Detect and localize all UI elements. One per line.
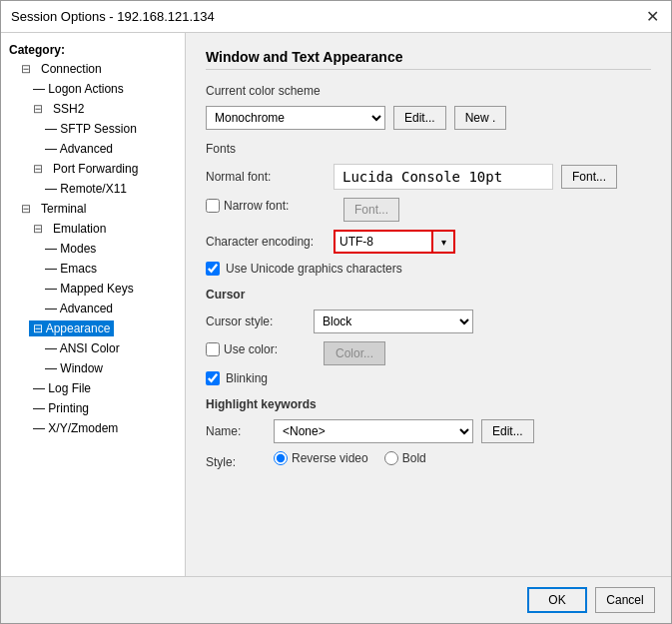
cursor-style-label: Cursor style: (206, 314, 306, 328)
style-radio-group: Reverse video Bold (274, 451, 426, 465)
sidebar-item-modes[interactable]: — Modes (1, 239, 185, 259)
narrow-font-label: Narrow font: (224, 199, 289, 213)
sidebar-item-mapped-keys[interactable]: — Mapped Keys (1, 279, 185, 299)
highlight-edit-button[interactable]: Edit... (481, 419, 534, 443)
sidebar-item-log-file[interactable]: — Log File (1, 378, 185, 398)
use-color-label: Use color: (224, 342, 278, 356)
cancel-button[interactable]: Cancel (595, 587, 655, 613)
normal-font-button[interactable]: Font... (561, 165, 617, 189)
sidebar-item-ssh2[interactable]: ⊟SSH2 (1, 99, 185, 119)
reverse-video-label: Reverse video (292, 451, 368, 465)
normal-font-label: Normal font: (206, 170, 326, 184)
char-encoding-label: Character encoding: (206, 235, 326, 249)
fonts-section: Fonts (206, 142, 651, 156)
color-button: Color... (324, 341, 385, 365)
sidebar-item-advanced-term[interactable]: — Advanced (1, 299, 185, 318)
style-label: Style: (206, 455, 266, 469)
category-label: Category: (1, 41, 185, 59)
window-title: Session Options - 192.168.121.134 (11, 9, 215, 24)
narrow-font-checkbox[interactable] (206, 199, 220, 213)
char-encoding-input[interactable]: UTF-8 (334, 230, 433, 254)
sidebar-item-connection[interactable]: ⊟Connection (1, 59, 185, 79)
bold-radio[interactable] (384, 451, 398, 465)
color-scheme-select[interactable]: Monochrome White/Black Black/White (206, 106, 385, 130)
edit-scheme-button[interactable]: Edit... (393, 106, 446, 130)
reverse-video-radio[interactable] (274, 451, 288, 465)
use-color-checkbox[interactable] (206, 342, 220, 356)
sidebar-item-ansi-color[interactable]: — ANSI Color (1, 338, 185, 358)
sidebar-item-appearance[interactable]: ⊟ Appearance (1, 318, 185, 338)
new-scheme-button[interactable]: New . (454, 106, 507, 130)
color-scheme-section: Current color scheme (206, 84, 651, 98)
close-button[interactable]: ✕ (643, 8, 661, 26)
ok-button[interactable]: OK (527, 587, 587, 613)
sidebar: Category: ⊟Connection — Logon Actions ⊟S… (1, 33, 186, 576)
panel-title: Window and Text Appearance (206, 49, 651, 70)
bold-label: Bold (402, 451, 426, 465)
char-encoding-combo: UTF-8 ▾ (334, 230, 455, 254)
main-panel: Window and Text Appearance Current color… (186, 33, 671, 576)
sidebar-item-advanced-ssh[interactable]: — Advanced (1, 139, 185, 159)
normal-font-display: Lucida Console 10pt (334, 164, 553, 190)
highlight-name-select[interactable]: <None> (274, 419, 473, 443)
sidebar-item-emacs[interactable]: — Emacs (1, 259, 185, 279)
sidebar-item-sftp[interactable]: — SFTP Session (1, 119, 185, 139)
blinking-label: Blinking (226, 371, 268, 385)
narrow-font-button[interactable]: Font... (343, 198, 399, 222)
bottom-bar: OK Cancel (1, 576, 671, 623)
cursor-style-select[interactable]: Block Underline Bar (314, 310, 473, 333)
sidebar-item-printing[interactable]: — Printing (1, 398, 185, 418)
sidebar-item-remote-x11[interactable]: — Remote/X11 (1, 179, 185, 199)
unicode-checkbox[interactable] (206, 262, 220, 276)
highlight-section: Highlight keywords (206, 397, 651, 411)
blinking-checkbox[interactable] (206, 371, 220, 385)
sidebar-item-emulation[interactable]: ⊟Emulation (1, 219, 185, 239)
char-encoding-dropdown[interactable]: ▾ (433, 230, 455, 254)
sidebar-item-zmodem[interactable]: — X/Y/Zmodem (1, 418, 185, 438)
name-label: Name: (206, 424, 266, 438)
unicode-label: Use Unicode graphics characters (226, 262, 402, 276)
sidebar-item-window[interactable]: — Window (1, 358, 185, 378)
cursor-section: Cursor (206, 288, 651, 302)
sidebar-item-port-forwarding[interactable]: ⊟Port Forwarding (1, 159, 185, 179)
sidebar-item-logon-actions[interactable]: — Logon Actions (1, 79, 185, 99)
sidebar-item-terminal[interactable]: ⊟Terminal (1, 199, 185, 219)
